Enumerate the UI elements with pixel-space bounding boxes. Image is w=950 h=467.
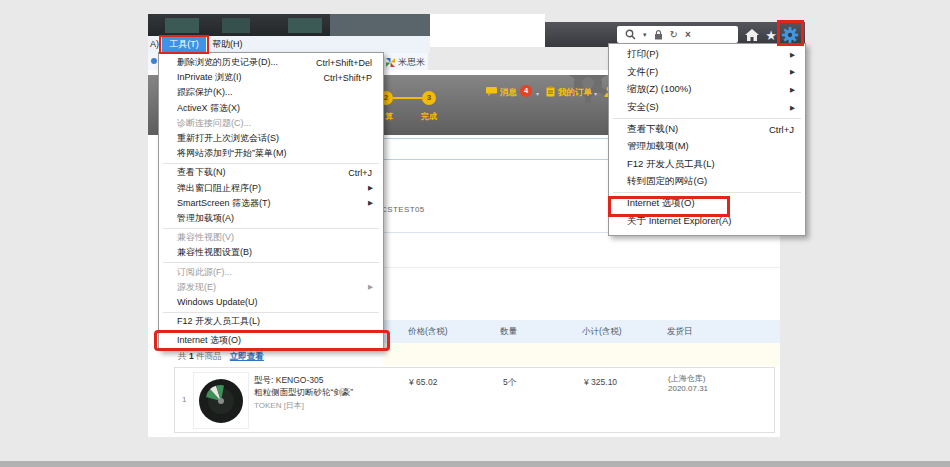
row-index: 1 <box>182 395 186 404</box>
menu-separator <box>613 192 801 193</box>
col-qty: 数量 <box>500 326 517 338</box>
product-image-box[interactable] <box>193 372 249 429</box>
summary-suffix: 件商品 <box>196 351 222 361</box>
menu-item-popup-blocker[interactable]: 弹出窗口阻止程序(P)▶ <box>161 181 381 196</box>
item-count-summary: 共 1 件商品 立即查看 <box>178 351 264 363</box>
summary-count: 1 <box>189 351 194 361</box>
menu-item-internet-options[interactable]: Internet 选项(O) <box>611 195 803 213</box>
menu-separator <box>163 312 379 313</box>
my-orders-link[interactable]: 我的订单 <box>558 87 592 99</box>
menu-item-add-site-to-start[interactable]: 将网站添加到“开始”菜单(M) <box>161 146 381 161</box>
menu-separator <box>163 331 379 332</box>
step-3-label: 完成 <box>421 111 437 122</box>
product-row[interactable]: 1 型号: KENGO-305 粗粒侧面型切断砂轮“剑豪” TOKEN [日本]… <box>174 367 775 433</box>
submenu-arrow-icon: ▶ <box>368 184 381 192</box>
refresh-icon[interactable]: ↻ <box>670 30 678 40</box>
menu-tools[interactable]: 工具(T) <box>162 36 206 53</box>
favorite-favicon <box>151 58 157 64</box>
menu-item-manage-addons[interactable]: 管理加载项(A) <box>161 211 381 226</box>
product-subtotal: ¥ 325.10 <box>584 377 617 387</box>
menu-item-tracking-protection[interactable]: 跟踪保护(K)... <box>161 85 381 100</box>
favorite-item-misumi[interactable]: 米思米 <box>398 57 425 68</box>
menu-item-subscribe-feed: 订阅此源(F)... <box>161 264 381 279</box>
menu-item-feed-discovery: 源发现(E)▶ <box>161 280 381 295</box>
submenu-arrow-icon: ▶ <box>368 199 381 207</box>
gear-icon <box>781 25 799 45</box>
pinwheel-favicon <box>386 58 395 67</box>
banner-thumb <box>222 18 250 33</box>
messages-badge: 4 <box>520 85 532 97</box>
menu-item-smartscreen[interactable]: SmartScreen 筛选器(T)▶ <box>161 196 381 211</box>
menu-item-inprivate[interactable]: InPrivate 浏览(I)Ctrl+Shift+P <box>161 70 381 85</box>
cutting-wheel-image <box>198 378 244 424</box>
bottom-border-strip <box>0 461 950 467</box>
col-ship-date: 发货日 <box>667 326 693 338</box>
product-price: ¥ 65.02 <box>409 377 437 387</box>
menu-item-manage-addons[interactable]: 管理加载项(M) <box>611 138 803 156</box>
username-text: CSTEST05 <box>381 205 425 214</box>
favorites-button[interactable]: ★ <box>762 26 780 44</box>
product-name[interactable]: 粗粒侧面型切断砂轮“剑豪” <box>254 387 353 399</box>
step-2-label: 算 <box>385 111 393 122</box>
search-icon[interactable] <box>625 29 636 40</box>
stop-icon[interactable]: × <box>685 30 691 40</box>
product-quantity: 5个 <box>503 377 516 389</box>
product-brand: TOKEN [日本] <box>254 400 304 411</box>
menu-item-about-ie[interactable]: 关于 Internet Explorer(A) <box>611 212 803 230</box>
orders-caret-icon[interactable]: ▾ <box>594 90 597 97</box>
lock-icon <box>654 29 663 40</box>
step-3-circle: 3 <box>422 91 436 105</box>
menu-item-compat-view-settings[interactable]: 兼容性视图设置(B) <box>161 245 381 260</box>
menu-item-view-downloads[interactable]: 查看下载(N)Ctrl+J <box>611 120 803 138</box>
menu-item-file[interactable]: 文件(F)▶ <box>611 64 803 82</box>
menu-help[interactable]: 帮助(H) <box>212 36 243 53</box>
submenu-arrow-icon: ▶ <box>790 68 803 76</box>
banner-thumb <box>288 18 322 33</box>
messages-link[interactable]: 消息 <box>500 87 517 99</box>
tools-dropdown-menu: 删除浏览的历史记录(D)...Ctrl+Shift+Del InPrivate … <box>158 52 384 351</box>
submenu-arrow-icon: ▶ <box>790 86 803 94</box>
menu-separator <box>163 228 379 229</box>
menu-item-f12-devtools[interactable]: F12 开发人员工具(L) <box>611 156 803 174</box>
submenu-arrow-icon: ▶ <box>790 51 803 59</box>
menu-item-goto-pinned-sites[interactable]: 转到固定的网站(G) <box>611 173 803 191</box>
view-now-link[interactable]: 立即查看 <box>230 351 264 361</box>
menu-item-windows-update[interactable]: Windows Update(U) <box>161 295 381 310</box>
col-subtotal: 小计(含税) <box>582 326 622 338</box>
gear-dropdown-menu: 打印(P)▶ 文件(F)▶ 缩放(Z) (100%)▶ 安全(S)▶ 查看下载(… <box>608 43 806 236</box>
menu-separator <box>613 118 801 119</box>
highlight-strip <box>383 343 780 366</box>
menu-item-view-downloads[interactable]: 查看下载(N)Ctrl+J <box>161 165 381 180</box>
search-address-box[interactable]: ▾ ↻ × <box>617 26 738 43</box>
menu-item-safety[interactable]: 安全(S)▶ <box>611 99 803 117</box>
messages-caret-icon[interactable]: ▾ <box>536 90 539 97</box>
menu-item-f12-devtools[interactable]: F12 开发人员工具(L) <box>161 314 381 329</box>
menu-item-activex-filter[interactable]: ActiveX 筛选(X) <box>161 101 381 116</box>
home-button[interactable] <box>743 26 761 44</box>
menu-item-compat-view: 兼容性视图(V) <box>161 230 381 245</box>
col-price: 价格(含税) <box>408 326 448 338</box>
menu-item-reopen-last-session[interactable]: 重新打开上次浏览会话(S) <box>161 131 381 146</box>
banner-thumb <box>330 14 430 36</box>
home-icon <box>745 29 759 41</box>
menu-item-diagnose-connection: 诊断连接问题(C)... <box>161 116 381 131</box>
product-model[interactable]: 型号: KENGO-305 <box>254 375 323 387</box>
menu-item-internet-options[interactable]: Internet 选项(O) <box>161 333 381 348</box>
submenu-arrow-icon: ▶ <box>790 104 803 112</box>
message-bubble-icon <box>486 87 497 96</box>
banner-thumb <box>165 18 199 33</box>
menu-separator <box>163 163 379 164</box>
settings-gear-button[interactable] <box>781 26 799 44</box>
top-banner-image <box>148 14 430 36</box>
menu-favorites-partial[interactable]: A) <box>150 36 159 53</box>
search-dropdown-caret-icon[interactable]: ▾ <box>643 30 647 40</box>
menu-separator <box>163 262 379 263</box>
menu-item-print[interactable]: 打印(P)▶ <box>611 46 803 64</box>
menu-item-zoom[interactable]: 缩放(Z) (100%)▶ <box>611 81 803 99</box>
menu-item-delete-history[interactable]: 删除浏览的历史记录(D)...Ctrl+Shift+Del <box>161 55 381 70</box>
submenu-arrow-icon: ▶ <box>368 283 381 291</box>
summary-prefix: 共 <box>178 351 187 361</box>
star-icon: ★ <box>765 29 777 42</box>
product-warehouse: (上海仓库) <box>668 373 705 384</box>
step-connector <box>393 97 422 99</box>
